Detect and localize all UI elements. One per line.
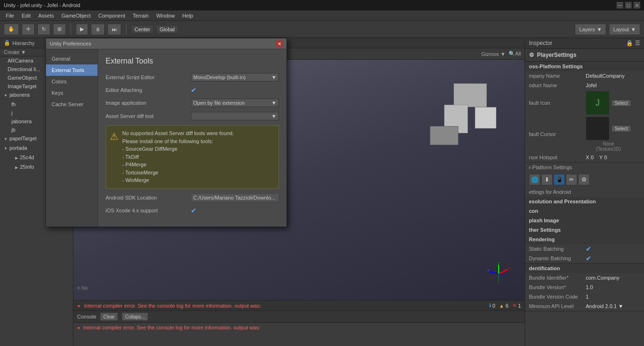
toolbar-sep2: [126, 24, 126, 35]
console-error-message: ● Internal compiler error. See the conso…: [77, 325, 521, 330]
sidebar-item-keys[interactable]: Keys: [46, 87, 98, 99]
console-clear-btn[interactable]: Clear: [100, 312, 118, 321]
cursor-preview-row: Select: [586, 117, 631, 140]
cross-platform-section: oss-Platform Settings mpany Name Default…: [525, 62, 644, 163]
pause-button[interactable]: ⏸: [91, 24, 105, 35]
scene-iso-label: ≡ Iso: [77, 285, 88, 291]
move-tool[interactable]: ✛: [22, 24, 35, 35]
diff-tool-value: ▼: [191, 112, 279, 120]
platform-gear-icon[interactable]: ⚙: [578, 174, 590, 185]
diff-tool-dropdown[interactable]: ▼: [191, 112, 279, 120]
icon-section-header[interactable]: con: [525, 206, 644, 216]
editor-attaching-checkbox[interactable]: ✔: [191, 86, 197, 94]
diff-warning-text: No supported Asset Server diff tools wer…: [122, 129, 234, 184]
scene-object-box4: [430, 126, 458, 145]
status-badge-info: ℹ 0: [489, 302, 495, 309]
dialog-close-btn[interactable]: ✕: [276, 40, 283, 47]
layers-dropdown[interactable]: Layers ▼: [575, 24, 606, 35]
sidebar-item-cache-server[interactable]: Cache Server: [46, 99, 98, 110]
platform-edit-icon[interactable]: ✏: [566, 174, 577, 185]
menu-help[interactable]: Help: [179, 12, 197, 19]
inspector-panel: Inspector 🔒 ☰ ⚙ PlayerSettings oss-Platf…: [525, 38, 644, 346]
sidebar-item-external-tools[interactable]: External Tools: [46, 64, 98, 76]
rendering-header[interactable]: Rendering: [525, 235, 644, 244]
default-icon-row: fault Icon J Select: [525, 90, 644, 116]
hand-tool[interactable]: ✋: [4, 24, 19, 35]
cursor-none-label: None (Texture2D): [586, 141, 631, 152]
cross-platform-header[interactable]: oss-Platform Settings: [525, 62, 644, 71]
r-platform-label: r-Platform Settings: [529, 164, 586, 170]
cross-platform-title: oss-Platform Settings: [529, 64, 583, 69]
default-icon-value: J Select: [586, 91, 631, 115]
settings-android-row: ettings for Android: [525, 187, 644, 197]
console-error-text: Internal compiler error. See the console…: [83, 325, 260, 330]
console-collapse-btn[interactable]: Collaps...: [122, 312, 148, 321]
toolbar-right: Layers ▼ Layout ▼: [575, 24, 640, 35]
play-button[interactable]: ▶: [76, 24, 88, 35]
cursor-hotspot-label: rsor Hotspot: [529, 155, 586, 160]
scene-search-icon[interactable]: 🔍All: [509, 51, 521, 57]
xcode-row: iOS Xcode 4.x support ✔: [106, 207, 279, 214]
splash-section-title: plash Image: [529, 218, 559, 223]
hierarchy-create-label: Create ▼: [4, 49, 26, 55]
menu-edit[interactable]: Edit: [18, 12, 35, 19]
cursor-hotspot-row: rsor Hotspot X 0 Y 0: [525, 153, 644, 162]
platform-android-icon[interactable]: 📱: [554, 174, 565, 185]
sidebar-item-colors[interactable]: Colors: [46, 76, 98, 87]
close-button[interactable]: ✕: [634, 2, 640, 9]
status-badge-warn: ▲ 6: [499, 303, 509, 309]
company-name-label: mpany Name: [529, 73, 586, 79]
menu-component[interactable]: Component: [94, 12, 129, 19]
console-header: Console Clear Collaps...: [73, 311, 525, 323]
layers-chevron-icon: ▼: [597, 27, 602, 32]
title-bar-buttons: ─ □ ✕: [617, 2, 640, 9]
r-platform-label-row: r-Platform Settings: [525, 163, 644, 172]
script-editor-dropdown-value: MonoDevelop (built-in): [193, 74, 246, 80]
min-api-value[interactable]: Android 2.0.1 ▼: [586, 303, 640, 309]
err-icon: ✕: [512, 302, 517, 309]
identification-header[interactable]: dentification: [525, 264, 644, 273]
static-batching-row: Static Batching ✔: [525, 244, 644, 254]
menu-window[interactable]: Window: [152, 12, 179, 19]
minimize-button[interactable]: ─: [617, 2, 623, 9]
default-cursor-row: fault Cursor Select None (Texture2D): [525, 116, 644, 153]
splash-section-header[interactable]: plash Image: [525, 216, 644, 225]
android-sdk-value: [191, 193, 279, 202]
global-group: Global: [156, 25, 178, 34]
dialog-content: External Tools External Script Editor Mo…: [98, 49, 286, 227]
default-icon-select-btn[interactable]: Select: [611, 100, 631, 107]
menu-file[interactable]: File: [2, 12, 18, 19]
status-badge-err: ✕ 1: [512, 302, 521, 309]
rendering-section: Rendering Static Batching ✔ Dynamic Batc…: [525, 235, 644, 264]
resolution-section-header[interactable]: esolution and Presentation: [525, 197, 644, 206]
inspector-object-title: ⚙ PlayerSettings: [525, 49, 644, 62]
other-settings-header[interactable]: ther Settings: [525, 225, 644, 235]
platform-download-icon[interactable]: ⬇: [541, 174, 553, 185]
android-sdk-input[interactable]: [191, 193, 279, 202]
console-title: Console: [77, 314, 96, 319]
svg-text:Y: Y: [498, 262, 501, 264]
static-batching-checkbox[interactable]: ✔: [586, 245, 591, 253]
inspector-menu-icon[interactable]: ☰: [635, 40, 640, 46]
xcode-checkbox[interactable]: ✔: [191, 207, 197, 214]
menu-terrain[interactable]: Terrain: [129, 12, 152, 19]
step-button[interactable]: ⏭: [107, 24, 121, 35]
inspector-lock-icon[interactable]: 🔒: [626, 40, 633, 46]
bundle-version-code-row: Bundle Version Code 1: [525, 292, 644, 301]
sidebar-item-general[interactable]: General: [46, 53, 98, 64]
other-settings-title: ther Settings: [529, 227, 561, 233]
menu-assets[interactable]: Assets: [35, 12, 58, 19]
image-app-dropdown[interactable]: Open by file extension ▼: [191, 99, 279, 107]
script-editor-dropdown[interactable]: MonoDevelop (built-in) ▼: [191, 73, 279, 82]
cursor-select-btn[interactable]: Select: [611, 125, 631, 132]
rotate-tool[interactable]: ↻: [37, 24, 50, 35]
dialog-title: Unity Preferences: [50, 41, 91, 46]
warn-count: 6: [506, 303, 509, 309]
scale-tool[interactable]: ⊞: [53, 24, 66, 35]
maximize-button[interactable]: □: [625, 2, 632, 9]
dynamic-batching-checkbox[interactable]: ✔: [586, 255, 591, 262]
menu-gameobject[interactable]: GameObject: [58, 12, 95, 19]
layout-dropdown[interactable]: Layout ▼: [609, 24, 640, 35]
error-icon: ●: [77, 303, 80, 309]
platform-web-icon[interactable]: 🌐: [529, 174, 540, 185]
